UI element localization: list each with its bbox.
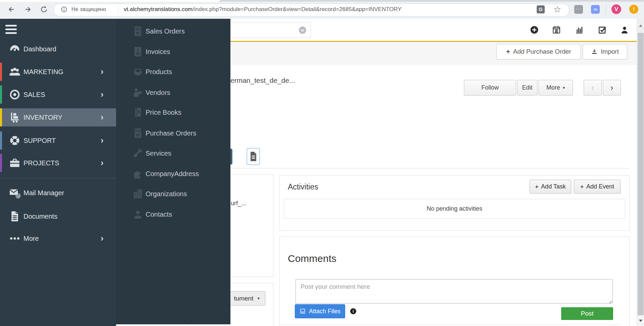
calendar-icon[interactable] (552, 25, 561, 34)
add-event-button[interactable]: + Add Event (574, 180, 621, 194)
sidebar-item-inventory[interactable]: INVENTORY › (0, 108, 116, 126)
gauge-icon (9, 43, 21, 55)
svg-text:I: I (137, 47, 139, 52)
url[interactable]: vt.alchemytranslations.com/index.php?mod… (124, 0, 401, 19)
puzzle-icon (132, 168, 144, 179)
sales-accent-bar (0, 86, 2, 104)
chevron-right-icon: › (101, 90, 104, 99)
sidebar-label: Mail Manager (23, 189, 64, 197)
add-event-label: Add Event (586, 183, 614, 190)
browser-profile-avatar[interactable]: V (611, 4, 621, 14)
menu-hamburger-icon[interactable] (5, 25, 17, 34)
sidebar-label: Documents (23, 213, 57, 220)
scrollbar-down-arrow[interactable] (637, 315, 644, 326)
vendor-icon (132, 87, 144, 98)
sidebar-item-mail-manager[interactable]: @ Mail Manager (0, 184, 116, 202)
doc-po-icon: PO (132, 127, 144, 139)
sidebar-item-sales[interactable]: SALES › (0, 86, 116, 104)
tab-documents[interactable] (247, 148, 260, 165)
chevron-right-icon: › (101, 136, 104, 145)
next-record-button[interactable]: › (603, 80, 621, 96)
submenu-item-sales-orders[interactable]: SO Sales Orders (116, 23, 230, 40)
submenu-item-price-books[interactable]: $ Price Books (116, 104, 230, 121)
submenu-label: Products (146, 68, 172, 76)
previous-record-button[interactable]: ‹ (584, 80, 602, 96)
sidebar-label: INVENTORY (23, 114, 62, 121)
import-button[interactable]: Import (583, 44, 627, 59)
page-scrollbar[interactable] (637, 19, 644, 326)
submenu-item-products[interactable]: Products (116, 63, 230, 80)
submenu-item-purchase-orders[interactable]: PO Purchase Orders (116, 125, 230, 142)
attach-files-label: Attach Files (309, 308, 340, 315)
info-icon[interactable]: i (350, 308, 356, 314)
app-sidebar: Dashboard MARKETING › SALES › (0, 19, 116, 326)
chevron-right-icon: › (101, 113, 104, 121)
sidebar-label: SUPPORT (23, 137, 56, 145)
post-button[interactable]: Post (561, 307, 613, 320)
more-button[interactable]: More ▾ (538, 80, 573, 96)
reports-barchart-icon[interactable] (575, 25, 584, 34)
submenu-item-organizations[interactable]: Organizations (116, 185, 230, 202)
user-profile-icon[interactable] (620, 25, 629, 34)
sidebar-item-support[interactable]: SUPPORT › (0, 131, 116, 150)
quick-create-plus-icon[interactable] (530, 25, 539, 34)
sidebar-item-documents[interactable]: Documents (0, 207, 116, 225)
target-icon (9, 89, 21, 101)
search-scope-chevron-icon[interactable] (299, 26, 307, 34)
browser-toolbar: Не защищено vt.alchemytranslations.com/i… (0, 0, 644, 19)
add-purchase-order-button[interactable]: + Add Purchase Order (496, 44, 581, 59)
submenu-label: CompanyAddress (146, 170, 199, 178)
submenu-label: Organizations (146, 190, 187, 198)
extension-icon[interactable]: ··· (574, 5, 583, 14)
marketing-accent-bar (0, 63, 2, 81)
no-activities-text: No pending activities (427, 205, 482, 212)
more-label: More (546, 84, 560, 91)
add-task-button[interactable]: + Add Task (530, 180, 571, 194)
site-info-icon[interactable] (61, 6, 67, 13)
scrollbar-thumb[interactable] (638, 33, 644, 315)
comments-panel: Comments Attach Files i Post (279, 236, 630, 326)
open-box-icon (132, 66, 144, 77)
record-title: erman_test_de_de... (230, 76, 295, 85)
dots-icon (9, 232, 21, 245)
extension-infinity-icon[interactable]: ∞ (591, 5, 600, 14)
comment-input[interactable] (296, 279, 613, 304)
submenu-label: Contacts (146, 211, 172, 218)
sidebar-item-dashboard[interactable]: Dashboard (0, 40, 116, 58)
contact-icon (132, 209, 144, 220)
document-icon (9, 210, 21, 222)
attach-files-button[interactable]: Attach Files (295, 304, 345, 318)
submenu-item-contacts[interactable]: Contacts (116, 206, 230, 223)
submenu-item-services[interactable]: Services (116, 145, 230, 162)
sidebar-item-projects[interactable]: PROJECTS › (0, 154, 116, 172)
chevron-right-icon: › (101, 234, 104, 242)
browser-back-icon[interactable] (7, 5, 15, 13)
browser-forward-icon[interactable] (24, 5, 32, 13)
follow-label: Follow (481, 84, 499, 91)
sidebar-label: More (23, 235, 39, 242)
comments-divider (280, 324, 620, 325)
doc-so-icon: SO (132, 25, 144, 37)
bookmark-star-icon[interactable]: ☆ (553, 4, 561, 14)
submenu-item-invoices[interactable]: I Invoices (116, 43, 230, 60)
plus-icon: + (506, 48, 510, 56)
sidebar-item-marketing[interactable]: MARKETING › (0, 63, 116, 81)
projects-accent-bar (0, 154, 2, 172)
scrollbar-up-arrow[interactable] (637, 19, 644, 33)
sidebar-divider (0, 178, 116, 178)
browser-update-alert-icon[interactable]: ! (629, 5, 638, 14)
edit-button[interactable]: Edit (517, 80, 537, 96)
follow-button[interactable]: Follow (464, 80, 516, 96)
doc-invoice-icon: I (132, 46, 144, 57)
submenu-item-vendors[interactable]: Vendors (116, 84, 230, 101)
sidebar-item-more[interactable]: More › (0, 229, 116, 248)
inventory-accent-bar (0, 108, 2, 126)
translate-icon[interactable]: G (537, 5, 545, 13)
submenu-label: Sales Orders (146, 28, 185, 35)
submenu-item-companyaddress[interactable]: CompanyAddress (116, 165, 230, 182)
comments-title: Comments (288, 253, 336, 264)
plus-icon: + (535, 183, 538, 190)
caret-down-icon: ▾ (257, 296, 260, 301)
browser-reload-icon[interactable] (40, 5, 48, 13)
tasks-check-icon[interactable] (598, 25, 607, 34)
